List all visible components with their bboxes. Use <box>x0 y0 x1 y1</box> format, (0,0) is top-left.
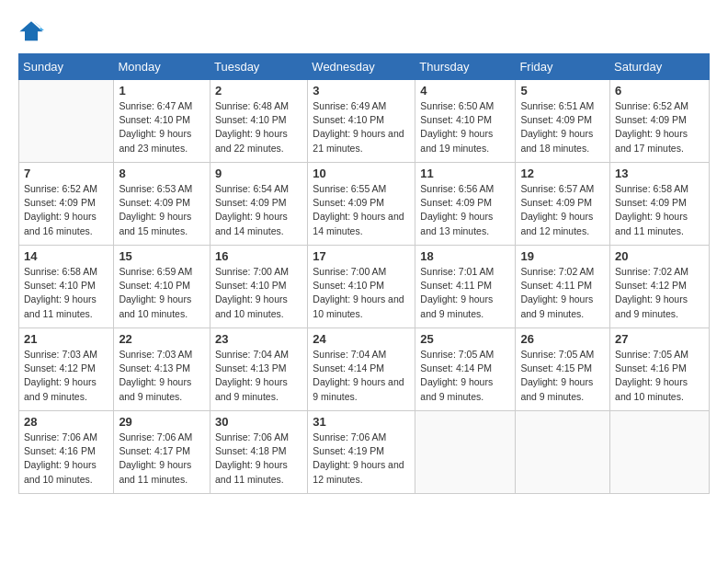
day-number: 10 <box>313 167 410 180</box>
weekday-header-tuesday: Tuesday <box>210 54 307 80</box>
day-detail: Sunrise: 7:04 AMSunset: 4:14 PMDaylight:… <box>313 348 410 404</box>
calendar-cell: 22Sunrise: 7:03 AMSunset: 4:13 PMDayligh… <box>114 328 210 411</box>
calendar-table: SundayMondayTuesdayWednesdayThursdayFrid… <box>18 53 710 494</box>
day-number: 17 <box>313 249 410 263</box>
calendar-cell: 25Sunrise: 7:05 AMSunset: 4:14 PMDayligh… <box>415 328 516 411</box>
calendar-cell: 2Sunrise: 6:48 AMSunset: 4:10 PMDaylight… <box>210 80 307 163</box>
calendar-cell: 11Sunrise: 6:56 AMSunset: 4:09 PMDayligh… <box>415 163 516 246</box>
calendar-header-row: SundayMondayTuesdayWednesdayThursdayFrid… <box>19 54 710 80</box>
day-number: 21 <box>24 332 108 346</box>
calendar-cell: 23Sunrise: 7:04 AMSunset: 4:13 PMDayligh… <box>210 328 307 411</box>
day-number: 28 <box>24 415 108 429</box>
day-number: 29 <box>119 415 205 429</box>
day-detail: Sunrise: 7:02 AMSunset: 4:11 PMDaylight:… <box>520 265 605 321</box>
calendar-cell: 31Sunrise: 7:06 AMSunset: 4:19 PMDayligh… <box>308 411 415 494</box>
calendar-cell: 30Sunrise: 7:06 AMSunset: 4:18 PMDayligh… <box>210 411 307 494</box>
day-number: 26 <box>520 332 605 346</box>
day-detail: Sunrise: 6:47 AMSunset: 4:10 PMDaylight:… <box>119 99 205 155</box>
calendar-cell: 27Sunrise: 7:05 AMSunset: 4:16 PMDayligh… <box>610 328 710 411</box>
day-detail: Sunrise: 6:55 AMSunset: 4:09 PMDaylight:… <box>313 182 410 238</box>
day-detail: Sunrise: 6:57 AMSunset: 4:09 PMDaylight:… <box>520 182 605 238</box>
calendar-cell: 1Sunrise: 6:47 AMSunset: 4:10 PMDaylight… <box>114 80 210 163</box>
day-detail: Sunrise: 6:50 AMSunset: 4:10 PMDaylight:… <box>420 99 510 155</box>
day-detail: Sunrise: 7:05 AMSunset: 4:14 PMDaylight:… <box>420 348 510 404</box>
day-detail: Sunrise: 7:05 AMSunset: 4:16 PMDaylight:… <box>615 348 704 404</box>
calendar-cell <box>516 411 610 494</box>
calendar-cell: 5Sunrise: 6:51 AMSunset: 4:09 PMDaylight… <box>516 80 610 163</box>
day-detail: Sunrise: 7:01 AMSunset: 4:11 PMDaylight:… <box>420 265 510 321</box>
day-number: 14 <box>24 249 108 263</box>
day-number: 6 <box>615 84 704 98</box>
day-detail: Sunrise: 6:53 AMSunset: 4:09 PMDaylight:… <box>119 182 205 238</box>
calendar-cell: 29Sunrise: 7:06 AMSunset: 4:17 PMDayligh… <box>114 411 210 494</box>
day-detail: Sunrise: 7:06 AMSunset: 4:16 PMDaylight:… <box>24 431 108 487</box>
day-number: 25 <box>420 332 510 346</box>
day-number: 19 <box>520 249 605 263</box>
day-detail: Sunrise: 6:48 AMSunset: 4:10 PMDaylight:… <box>215 99 302 155</box>
weekday-header-sunday: Sunday <box>19 54 114 80</box>
calendar-cell: 10Sunrise: 6:55 AMSunset: 4:09 PMDayligh… <box>308 163 415 246</box>
calendar-week-4: 21Sunrise: 7:03 AMSunset: 4:12 PMDayligh… <box>19 328 710 411</box>
logo <box>18 18 44 44</box>
day-number: 16 <box>215 249 302 263</box>
day-detail: Sunrise: 7:02 AMSunset: 4:12 PMDaylight:… <box>615 265 704 321</box>
day-number: 22 <box>119 332 205 346</box>
day-number: 31 <box>313 415 410 429</box>
day-detail: Sunrise: 7:06 AMSunset: 4:19 PMDaylight:… <box>313 431 410 487</box>
calendar-cell: 15Sunrise: 6:59 AMSunset: 4:10 PMDayligh… <box>114 246 210 328</box>
calendar-cell: 13Sunrise: 6:58 AMSunset: 4:09 PMDayligh… <box>610 163 710 246</box>
calendar-cell <box>19 80 114 163</box>
day-detail: Sunrise: 6:52 AMSunset: 4:09 PMDaylight:… <box>615 99 704 155</box>
calendar-cell: 24Sunrise: 7:04 AMSunset: 4:14 PMDayligh… <box>308 328 415 411</box>
day-detail: Sunrise: 7:06 AMSunset: 4:18 PMDaylight:… <box>215 431 302 487</box>
day-number: 2 <box>215 84 302 98</box>
day-detail: Sunrise: 6:49 AMSunset: 4:10 PMDaylight:… <box>313 99 410 155</box>
calendar-cell: 7Sunrise: 6:52 AMSunset: 4:09 PMDaylight… <box>19 163 114 246</box>
calendar-cell: 4Sunrise: 6:50 AMSunset: 4:10 PMDaylight… <box>415 80 516 163</box>
calendar-cell: 6Sunrise: 6:52 AMSunset: 4:09 PMDaylight… <box>610 80 710 163</box>
day-number: 5 <box>520 84 605 98</box>
calendar-cell: 17Sunrise: 7:00 AMSunset: 4:10 PMDayligh… <box>308 246 415 328</box>
day-number: 7 <box>24 167 108 180</box>
day-detail: Sunrise: 6:56 AMSunset: 4:09 PMDaylight:… <box>420 182 510 238</box>
calendar-week-3: 14Sunrise: 6:58 AMSunset: 4:10 PMDayligh… <box>19 246 710 328</box>
day-detail: Sunrise: 6:58 AMSunset: 4:10 PMDaylight:… <box>24 265 108 321</box>
weekday-header-wednesday: Wednesday <box>308 54 415 80</box>
calendar-cell <box>415 411 516 494</box>
day-detail: Sunrise: 7:03 AMSunset: 4:12 PMDaylight:… <box>24 348 108 404</box>
day-number: 23 <box>215 332 302 346</box>
calendar-cell: 3Sunrise: 6:49 AMSunset: 4:10 PMDaylight… <box>308 80 415 163</box>
weekday-header-saturday: Saturday <box>610 54 710 80</box>
calendar-cell: 26Sunrise: 7:05 AMSunset: 4:15 PMDayligh… <box>516 328 610 411</box>
day-detail: Sunrise: 7:05 AMSunset: 4:15 PMDaylight:… <box>520 348 605 404</box>
day-detail: Sunrise: 6:52 AMSunset: 4:09 PMDaylight:… <box>24 182 108 238</box>
day-detail: Sunrise: 7:00 AMSunset: 4:10 PMDaylight:… <box>313 265 410 321</box>
day-number: 15 <box>119 249 205 263</box>
calendar-cell: 19Sunrise: 7:02 AMSunset: 4:11 PMDayligh… <box>516 246 610 328</box>
day-number: 1 <box>119 84 205 98</box>
weekday-header-thursday: Thursday <box>415 54 516 80</box>
calendar-cell <box>610 411 710 494</box>
calendar-cell: 9Sunrise: 6:54 AMSunset: 4:09 PMDaylight… <box>210 163 307 246</box>
logo-icon <box>18 18 44 44</box>
calendar-week-1: 1Sunrise: 6:47 AMSunset: 4:10 PMDaylight… <box>19 80 710 163</box>
header <box>18 18 710 44</box>
day-detail: Sunrise: 6:59 AMSunset: 4:10 PMDaylight:… <box>119 265 205 321</box>
calendar-cell: 12Sunrise: 6:57 AMSunset: 4:09 PMDayligh… <box>516 163 610 246</box>
day-number: 24 <box>313 332 410 346</box>
calendar-week-2: 7Sunrise: 6:52 AMSunset: 4:09 PMDaylight… <box>19 163 710 246</box>
day-detail: Sunrise: 7:00 AMSunset: 4:10 PMDaylight:… <box>215 265 302 321</box>
calendar-cell: 20Sunrise: 7:02 AMSunset: 4:12 PMDayligh… <box>610 246 710 328</box>
weekday-header-monday: Monday <box>114 54 210 80</box>
day-number: 8 <box>119 167 205 180</box>
day-number: 18 <box>420 249 510 263</box>
day-number: 4 <box>420 84 510 98</box>
day-number: 13 <box>615 167 704 180</box>
calendar-cell: 21Sunrise: 7:03 AMSunset: 4:12 PMDayligh… <box>19 328 114 411</box>
day-number: 11 <box>420 167 510 180</box>
day-detail: Sunrise: 7:06 AMSunset: 4:17 PMDaylight:… <box>119 431 205 487</box>
weekday-header-friday: Friday <box>516 54 610 80</box>
calendar-cell: 18Sunrise: 7:01 AMSunset: 4:11 PMDayligh… <box>415 246 516 328</box>
day-number: 27 <box>615 332 704 346</box>
day-number: 3 <box>313 84 410 98</box>
